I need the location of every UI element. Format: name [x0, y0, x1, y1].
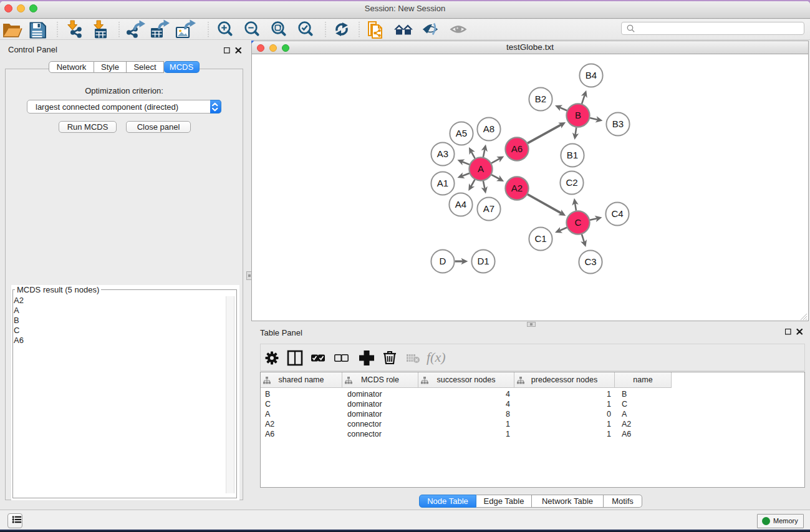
svg-text:A2: A2 [511, 183, 523, 193]
svg-text:B1: B1 [567, 150, 578, 160]
svg-text:C4: C4 [611, 208, 623, 219]
svg-text:C3: C3 [584, 256, 596, 267]
svg-text:A8: A8 [483, 123, 494, 134]
svg-text:C2: C2 [566, 177, 577, 188]
svg-text:A: A [478, 163, 484, 174]
svg-text:A4: A4 [455, 199, 466, 210]
svg-text:D1: D1 [477, 256, 489, 266]
svg-text:B3: B3 [612, 118, 624, 129]
svg-text:B4: B4 [586, 70, 597, 80]
svg-text:A1: A1 [437, 178, 448, 188]
svg-text:C: C [575, 217, 582, 228]
svg-text:A5: A5 [456, 128, 467, 138]
svg-text:D: D [440, 256, 446, 266]
svg-text:B2: B2 [535, 94, 546, 104]
svg-text:C1: C1 [534, 233, 546, 244]
svg-text:A3: A3 [437, 148, 448, 159]
svg-text:A6: A6 [511, 143, 523, 154]
svg-text:A7: A7 [483, 203, 494, 214]
svg-text:B: B [575, 110, 581, 120]
